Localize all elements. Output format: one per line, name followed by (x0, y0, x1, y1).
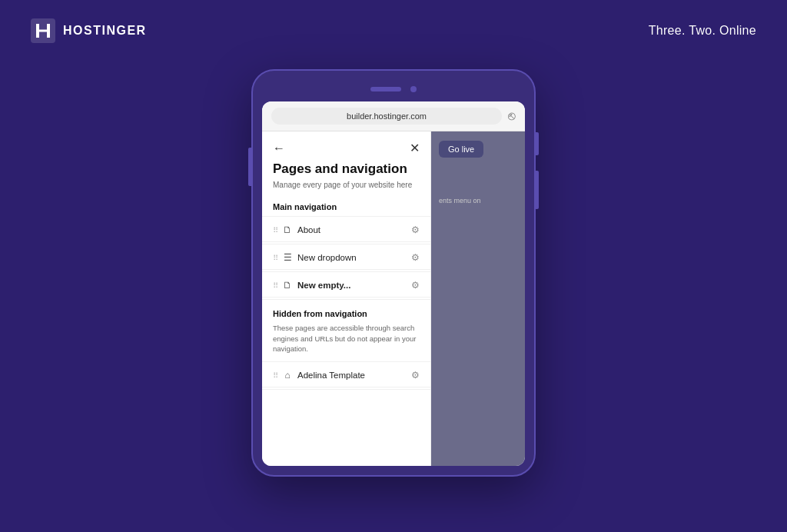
address-input[interactable] (271, 108, 502, 125)
list-item: ⠿ ☰ New dropdown ⚙ (262, 246, 430, 270)
tablet-device: ⎋ ← ✕ Pages and navigation Manage every … (251, 69, 536, 477)
divider-1 (262, 216, 430, 217)
nav-item-empty-label: New empty... (297, 281, 407, 290)
close-button[interactable]: ✕ (410, 141, 420, 155)
tablet-side-button-right-top (536, 132, 539, 155)
list-item: ⠿ 🗋 New empty... ⚙ (262, 274, 430, 298)
page-icon: 🗋 (282, 280, 293, 291)
divider-3 (262, 271, 430, 272)
divider-2 (262, 244, 430, 244)
tablet-side-button-right-bottom (536, 171, 539, 209)
nav-item-adelina-label: Adelina Template (297, 371, 407, 380)
divider-4 (262, 299, 430, 300)
logo-text: HOSTINGER (63, 24, 147, 38)
go-live-background-text: ents menu on (439, 196, 481, 206)
nav-item-about-label: About (297, 225, 407, 234)
back-button[interactable]: ← (273, 141, 285, 155)
logo: HOSTINGER (31, 18, 147, 43)
tablet-pill (370, 87, 401, 91)
drag-handle-icon[interactable]: ⠿ (273, 371, 277, 380)
tablet-side-button-left (248, 148, 251, 186)
settings-icon[interactable]: ⚙ (411, 370, 420, 381)
drag-handle-icon[interactable]: ⠿ (273, 281, 277, 290)
tagline: Three. Two. Online (649, 24, 756, 38)
dropdown-icon: ☰ (282, 252, 293, 263)
main-nav-label: Main navigation (262, 198, 430, 214)
panel-header: ← ✕ (262, 131, 430, 160)
hostinger-logo-icon (31, 18, 55, 43)
list-item: ⠿ ⌂ Adelina Template ⚙ (262, 364, 430, 387)
settings-icon[interactable]: ⚙ (411, 252, 420, 263)
settings-icon[interactable]: ⚙ (411, 224, 420, 235)
browser-content: ← ✕ Pages and navigation Manage every pa… (262, 131, 525, 466)
tablet-camera (410, 86, 417, 92)
browser-address-bar: ⎋ (262, 101, 525, 131)
hidden-nav-label: Hidden from navigation (262, 301, 430, 321)
main-content: ⎋ ← ✕ Pages and navigation Manage every … (0, 62, 787, 477)
hidden-nav-desc: These pages are accessible through searc… (262, 321, 430, 360)
browser-screen: ⎋ ← ✕ Pages and navigation Manage every … (262, 101, 525, 466)
settings-icon[interactable]: ⚙ (411, 280, 420, 291)
divider-6 (262, 389, 430, 390)
nav-item-dropdown-label: New dropdown (297, 253, 407, 262)
drag-handle-icon[interactable]: ⠿ (273, 226, 277, 234)
go-live-area: Go live ents menu on (431, 131, 525, 466)
panel: ← ✕ Pages and navigation Manage every pa… (262, 131, 431, 466)
panel-subtitle: Manage every page of your website here (262, 179, 430, 198)
home-icon: ⌂ (282, 370, 293, 381)
list-item: ⠿ 🗋 About ⚙ (262, 218, 430, 242)
page-icon: 🗋 (282, 224, 293, 235)
divider-5 (262, 361, 430, 362)
share-icon[interactable]: ⎋ (508, 109, 516, 123)
tablet-top-bar (253, 71, 534, 101)
header: HOSTINGER Three. Two. Online (0, 0, 787, 62)
go-live-button[interactable]: Go live (439, 141, 483, 158)
drag-handle-icon[interactable]: ⠿ (273, 254, 277, 262)
panel-title: Pages and navigation (262, 160, 430, 179)
